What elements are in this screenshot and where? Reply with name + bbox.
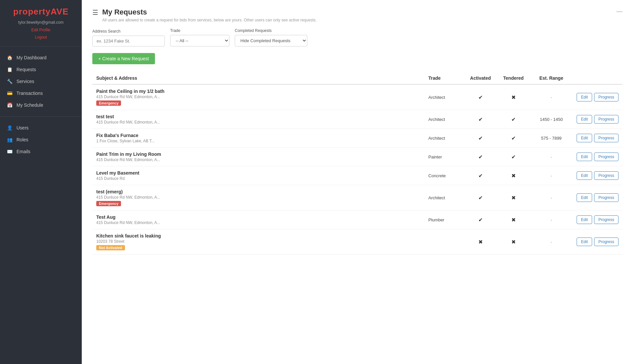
row-activated: ✔ [464,110,497,129]
completed-filter-select[interactable]: Hide Completed Requests [235,35,307,46]
sidebar-item-label: Users [16,125,29,130]
logo-accent: AVE [50,7,69,16]
row-subject-cell: Paint Trim in my Living Room 415 Dunluce… [92,148,424,166]
table-row: test test 415 Dunluce Rd NW, Edmonton, A… [92,110,622,129]
completed-filter-label: Completed Requests [235,28,307,33]
row-subject-address: 415 Dunluce Rd NW, Edmonton, A... [96,95,420,99]
progress-button[interactable]: Progress [594,93,618,101]
progress-button[interactable]: Progress [594,134,618,142]
sidebar-item-dashboard[interactable]: 🏠 My Dashboard [0,52,82,64]
action-buttons: Edit Progress [577,238,618,246]
emails-icon: ✉️ [7,149,13,154]
cross-icon: ✖ [511,217,516,223]
edit-button[interactable]: Edit [577,153,592,161]
table-row: test (emerg) 415 Dunluce Rd NW, Edmonton… [92,185,622,210]
row-subject-address: 415 Dunluce Rd NW, Edmonton, A... [96,195,420,200]
row-subject-address: 1 Fox Close, Sylvan Lake, AB T... [96,139,420,143]
edit-profile-link[interactable]: Edit Profile [31,27,50,34]
progress-button[interactable]: Progress [594,115,618,124]
row-subject-title: Test Aug [96,214,420,220]
row-subject-address: 415 Dunluce Rd NW, Edmonton, A... [96,220,420,225]
row-subject-cell: Paint the Ceiling in my 1/2 bath 415 Dun… [92,84,424,110]
row-trade: Architect [424,185,464,210]
row-subject-cell: Level my Basement 415 Dunluce Rd [92,166,424,185]
edit-button[interactable]: Edit [577,171,592,180]
page-subtitle: All users are allowed to create a reques… [102,18,316,22]
row-subject-title: Level my Basement [96,170,420,176]
action-buttons: Edit Progress [577,115,618,124]
create-request-button[interactable]: + Create a New Request [92,53,155,64]
row-est-range: - [530,148,573,166]
cross-icon: ✖ [511,173,516,179]
row-subject-address: 415 Dunluce Rd [96,176,420,181]
row-actions: Edit Progress [573,185,622,210]
edit-button[interactable]: Edit [577,93,592,101]
row-activated: ✔ [464,166,497,185]
dash: - [551,239,552,244]
check-icon: ✔ [511,154,516,160]
row-subject-title: Kitchen sink faucet is leaking [96,233,420,238]
action-buttons: Edit Progress [577,193,618,202]
user-email: tylor.llewellyn@gmail.com [18,20,64,25]
address-filter-label: Address Search [92,29,165,34]
cross-icon: ✖ [511,239,516,245]
check-icon: ✔ [511,135,516,141]
edit-button[interactable]: Edit [577,215,592,224]
row-activated: ✔ [464,84,497,110]
logo-text: property [13,7,50,16]
sidebar-item-label: My Dashboard [16,55,46,60]
filters-row: Address Search Trade -- All -- Completed… [92,28,622,46]
sidebar-item-emails[interactable]: ✉️ Emails [0,146,82,157]
col-header-subject: Subject & Address [92,72,424,84]
row-actions: Edit Progress [573,166,622,185]
logout-link[interactable]: Logout [35,34,47,41]
sidebar-item-schedule[interactable]: 📅 My Schedule [0,99,82,111]
progress-button[interactable]: Progress [594,153,618,161]
sidebar-item-transactions[interactable]: 💳 Transactions [0,87,82,99]
trade-filter-select[interactable]: -- All -- [170,35,229,46]
row-tendered: ✖ [497,166,530,185]
table-row: Test Aug 415 Dunluce Rd NW, Edmonton, A.… [92,210,622,229]
action-buttons: Edit Progress [577,215,618,224]
row-tendered: ✖ [497,84,530,110]
row-subject-title: Fix Baba's Furnace [96,133,420,138]
sidebar-item-label: Roles [16,137,28,142]
requests-list-icon: ☰ [92,9,98,16]
sidebar-item-users[interactable]: 👤 Users [0,122,82,134]
sidebar-item-label: My Schedule [16,102,43,108]
edit-button[interactable]: Edit [577,134,592,142]
row-trade: Concrete [424,166,464,185]
row-subject-title: test test [96,114,420,119]
sidebar: propertyAVE tylor.llewellyn@gmail.com Ed… [0,0,82,364]
row-activated: ✔ [464,129,497,148]
address-search-input[interactable] [92,36,165,46]
row-est-range: - [530,229,573,255]
row-trade: Architect [424,110,464,129]
row-badge: Not Activated [96,245,125,250]
row-actions: Edit Progress [573,110,622,129]
table-header-row: Subject & Address Trade Activated Tender… [92,72,622,84]
progress-button[interactable]: Progress [594,171,618,180]
row-trade: Architect [424,84,464,110]
progress-button[interactable]: Progress [594,193,618,202]
sidebar-item-roles[interactable]: 👥 Roles [0,134,82,146]
action-buttons: Edit Progress [577,134,618,142]
sidebar-item-services[interactable]: 🔧 Services [0,75,82,87]
row-actions: Edit Progress [573,148,622,166]
progress-button[interactable]: Progress [594,238,618,246]
trade-filter-label: Trade [170,28,229,33]
row-actions: Edit Progress [573,210,622,229]
row-trade: Painter [424,148,464,166]
sidebar-item-requests[interactable]: 📋 Requests [0,64,82,75]
edit-button[interactable]: Edit [577,193,592,202]
minimize-button[interactable]: — [617,8,622,15]
edit-button[interactable]: Edit [577,115,592,124]
row-trade [424,229,464,255]
row-trade: Plumber [424,210,464,229]
edit-button[interactable]: Edit [577,238,592,246]
sidebar-divider-2 [0,116,82,117]
page-header: ☰ My Requests All users are allowed to c… [92,8,622,22]
row-est-range: - [530,210,573,229]
row-activated: ✔ [464,148,497,166]
progress-button[interactable]: Progress [594,215,618,224]
